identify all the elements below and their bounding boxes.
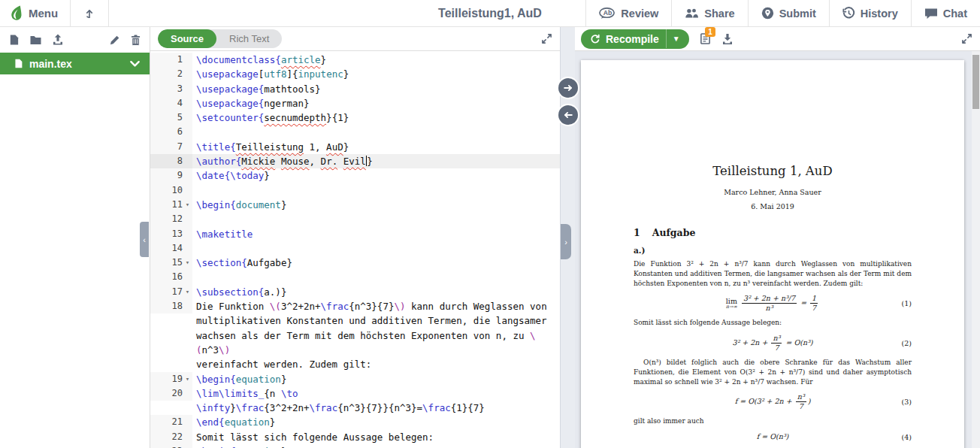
fold-caret-icon[interactable]: ▾: [183, 198, 192, 212]
code-line-content: Somit lässt sich folgende Aussage belege…: [192, 430, 560, 444]
code-line-10: 10▾: [150, 183, 560, 198]
topbar-button-chat[interactable]: Chat: [911, 0, 980, 26]
pdf-content: 1Aufgabea.)Die Funktion 3² + 2n + n³/7 k…: [634, 227, 912, 448]
code-line-content: \usepackage{ngerman}: [192, 96, 560, 110]
upload-file-icon[interactable]: [52, 34, 64, 46]
back-to-projects-button[interactable]: [71, 0, 109, 26]
file-item-main-tex[interactable]: main.tex: [0, 53, 150, 74]
code-line-content: \title{Teilleistung 1, AuD}: [192, 140, 560, 154]
file-tree-toolbar: [0, 27, 150, 53]
code-line-18: 18▾Die Funktion \(3^2+2n+\frac{n^3}{7}\)…: [150, 299, 560, 371]
share-icon: [685, 8, 699, 19]
code-line-content: \documentclass{article}: [192, 53, 560, 67]
pdf-equation: 3² + 2n + n³7 = O(n³)(2): [634, 334, 912, 352]
file-tree-panel: main.tex: [0, 27, 150, 448]
line-number: 19▾: [150, 372, 192, 386]
code-line-content: \section{Aufgabe}: [192, 256, 560, 270]
editor-pane: Source Rich Text 1▾\documentclass{articl…: [150, 27, 560, 448]
equation-number: (4): [902, 432, 912, 440]
rename-file-icon[interactable]: [109, 35, 120, 46]
editor-fullscreen-icon[interactable]: [541, 33, 552, 44]
topbar-button-history[interactable]: History: [829, 0, 911, 26]
project-title: Teilleistung1, AuD: [438, 0, 542, 27]
line-number: 5▾: [150, 110, 192, 125]
tab-rich-text[interactable]: Rich Text: [216, 29, 282, 48]
pdf-fullscreen-icon[interactable]: [961, 33, 972, 44]
topbar-button-submit[interactable]: Submit: [748, 0, 829, 26]
line-number: 14▾: [150, 241, 192, 256]
pdf-paragraph: gilt also immer auch: [634, 416, 912, 426]
topbar-button-review[interactable]: AbReview: [585, 0, 671, 26]
collapse-editor-handle[interactable]: ›: [561, 224, 571, 259]
line-number: 22▾: [150, 430, 192, 444]
pdf-section-heading: 1Aufgabe: [634, 227, 912, 238]
overleaf-logo-icon: [9, 5, 23, 21]
pdf-paragraph: Somit lässt sich folgende Aussage belege…: [634, 318, 912, 328]
line-number: 16▾: [150, 270, 192, 284]
file-icon: [14, 58, 23, 69]
recompile-button[interactable]: Recompile ▼: [581, 29, 689, 49]
new-file-icon[interactable]: [8, 34, 20, 46]
line-number: 11▾: [150, 198, 192, 212]
code-line-2: 2▾\usepackage[utf8]{inputenc}: [150, 67, 560, 81]
review-icon: Ab: [599, 8, 616, 19]
pdf-document-title: Teilleistung 1, AuD: [634, 164, 912, 178]
line-number: 17▾: [150, 285, 192, 299]
svg-text:Ab: Ab: [603, 9, 612, 17]
log-count-badge: 1: [705, 27, 715, 37]
code-line-content: \usepackage[utf8]{inputenc}: [192, 67, 560, 81]
code-line-7: 7▾\title{Teilleistung 1, AuD}: [150, 140, 560, 154]
recompile-label: Recompile: [606, 33, 659, 45]
fold-caret-icon[interactable]: ▾: [183, 256, 192, 270]
code-line-19: 19▾\begin{equation}: [150, 372, 560, 386]
history-icon: [842, 7, 855, 20]
editor-pdf-divider[interactable]: ›: [560, 27, 575, 448]
refresh-icon: [590, 34, 600, 44]
code-line-content: \lim\limits_{n \to \infty}\frac{3^2+2n+\…: [192, 386, 560, 416]
equation-number: (2): [902, 339, 912, 347]
code-line-16: 16▾: [150, 270, 560, 284]
download-pdf-icon[interactable]: [721, 33, 733, 45]
code-line-8: 8▾\author{Mickie Mouse, Dr. Evil}: [150, 154, 560, 168]
fold-caret-icon[interactable]: ▾: [183, 444, 192, 448]
mode-toggle: Source Rich Text: [158, 29, 282, 48]
code-line-content: [192, 212, 560, 226]
line-number: 9▾: [150, 168, 192, 183]
line-number: 21▾: [150, 415, 192, 429]
delete-file-icon[interactable]: [130, 34, 141, 46]
fold-caret-icon[interactable]: ▾: [183, 285, 192, 299]
line-number: 15▾: [150, 256, 192, 270]
recompile-caret-icon[interactable]: ▼: [667, 35, 686, 43]
line-number: 18▾: [150, 299, 192, 313]
code-editor[interactable]: 1▾\documentclass{article}2▾\usepackage[u…: [150, 51, 560, 448]
code-line-6: 6▾: [150, 125, 560, 139]
file-name: main.tex: [29, 58, 123, 70]
chevron-down-icon[interactable]: [129, 60, 141, 68]
code-line-content: \end{equation}: [192, 415, 560, 429]
pdf-authors: Marco Lehner, Anna Sauer: [634, 188, 912, 196]
editor-toolbar: Source Rich Text: [150, 27, 560, 51]
fold-caret-icon[interactable]: ▾: [183, 372, 192, 386]
pdf-viewer[interactable]: Teilleistung 1, AuD Marco Lehner, Anna S…: [575, 51, 980, 448]
topbar-button-share[interactable]: Share: [671, 0, 747, 26]
pdf-pane: Recompile ▼ 1 Teilleistung 1, AuD Marco …: [575, 27, 980, 448]
line-number: 23▾: [150, 444, 192, 448]
sync-to-pdf-button[interactable]: [558, 78, 578, 98]
pdf-scrollbar-thumb[interactable]: [972, 55, 979, 109]
code-line-3: 3▾\usepackage{mathtools}: [150, 82, 560, 96]
menu-button[interactable]: Menu: [0, 0, 71, 26]
new-folder-icon[interactable]: [29, 35, 42, 46]
line-number: 4▾: [150, 96, 192, 110]
collapse-filetree-handle[interactable]: ‹: [140, 222, 149, 257]
code-line-content: \begin{document}: [192, 198, 560, 212]
equation-number: (1): [902, 299, 912, 307]
topbar-button-label: Review: [621, 8, 658, 20]
code-line-20: 20▾\lim\limits_{n \to \infty}\frac{3^2+2…: [150, 386, 560, 416]
sync-to-code-button[interactable]: [558, 105, 578, 125]
submit-icon: [761, 7, 774, 20]
logs-button[interactable]: 1: [700, 32, 711, 45]
code-line-22: 22▾Somit lässt sich folgende Aussage bel…: [150, 430, 560, 444]
code-line-content: [192, 241, 560, 256]
tab-source[interactable]: Source: [158, 29, 216, 48]
line-number: 3▾: [150, 82, 192, 96]
